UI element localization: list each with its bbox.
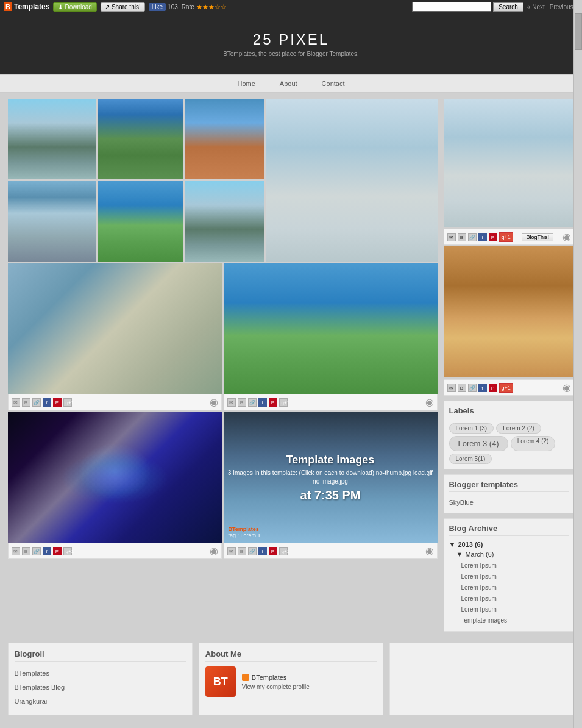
photo-cell-3 [185,99,264,179]
site-logo[interactable]: B Templates [4,2,49,11]
pinterest-icon-4[interactable]: P [269,547,277,555]
label-tag-4[interactable]: Lorem 4 (2) [511,436,556,451]
post-actions-4: ✉ B 🔗 f P g+1 ◉ [224,543,438,559]
nav-contact[interactable]: Contact [310,75,357,92]
post-nav-icon-2[interactable]: ◉ [425,396,434,408]
label-tag-5[interactable]: Lorem 5(1) [449,454,492,464]
post-block-2: ✉ B 🔗 f P g+1 ◉ [224,263,438,410]
email-icon[interactable]: ✉ [12,398,20,407]
blogroll-widget: Blogroll BTemplates BTemplates Blog Uran… [8,643,193,715]
photo-cell-2 [98,99,183,179]
site-banner: 25 PIXEL BTemplates, the best place for … [0,13,582,74]
blog-icon[interactable]: B [22,398,30,407]
gplus-icon-4[interactable]: g+1 [279,547,288,555]
link-icon[interactable]: 🔗 [32,398,41,407]
logo-text: Templates [14,2,49,11]
blogger-template-item-1[interactable]: SkyBlue [449,497,569,508]
sb2-link-icon[interactable]: 🔗 [468,384,477,392]
download-button[interactable]: ⬇ Download [53,2,96,12]
blog-this-button[interactable]: BlogThis! [522,233,553,241]
gplus-icon[interactable]: g+1 [63,398,72,407]
nav-about[interactable]: About [268,75,310,92]
email-icon-4[interactable]: ✉ [227,547,236,555]
sb2-email-icon[interactable]: ✉ [447,384,456,392]
about-widget: About Me BT BTemplates View my complete … [199,643,383,715]
sb2-pin-icon[interactable]: P [489,384,497,392]
rating-section[interactable]: Rate ★★★☆☆ [182,3,227,11]
archive-post-1[interactable]: Lorem Ipsum [461,560,569,571]
scrollbar[interactable] [573,0,582,721]
sidebar-photo-1 [444,99,575,227]
scrollbar-thumb[interactable] [575,13,582,50]
labels-widget: Labels Lorem 1 (3) Lorem 2 (2) Lorem 3 (… [444,401,575,469]
facebook-icon-4[interactable]: f [258,547,267,555]
blogroll-item-3[interactable]: Urangkurai [15,694,186,708]
sb2-fb-icon[interactable]: f [478,384,487,392]
link-icon-4[interactable]: 🔗 [248,547,257,555]
post-nav-icon-3[interactable]: ◉ [210,545,218,557]
facebook-icon[interactable]: f [43,398,51,407]
label-tag-3[interactable]: Lorem 3 (4) [449,436,508,451]
sb-fb-icon[interactable]: f [478,233,487,241]
link-icon-2[interactable]: 🔗 [248,398,257,407]
archive-post-3[interactable]: Lorem Ipsum [461,582,569,593]
label-tag-1[interactable]: Lorem 1 (3) [449,423,494,434]
sb-nav-icon[interactable]: ◉ [562,231,571,243]
label-tag-2[interactable]: Lorem 2 (2) [496,423,541,434]
share-button[interactable]: ↗ Share this! [101,2,145,12]
facebook-like[interactable]: Like 103 [149,3,178,11]
main-layout: ✉ B 🔗 f P g+1 ◉ ✉ [5,99,578,637]
archive-post-6[interactable]: Template images [461,615,569,626]
template-post-title: Template images [286,454,375,466]
archive-post-4[interactable]: Lorem Ipsum [461,593,569,604]
sb2-nav-icon[interactable]: ◉ [562,382,571,393]
pinterest-icon-3[interactable]: P [53,547,62,555]
content-area: ✉ B 🔗 f P g+1 ◉ ✉ [8,99,438,637]
topbar: B Templates ⬇ Download ↗ Share this! Lik… [0,0,582,13]
blog-icon-3[interactable]: B [22,547,30,555]
facebook-icon-3[interactable]: f [43,547,51,555]
search-button[interactable]: Search [493,2,523,12]
post-icons-3: ✉ B 🔗 f P g+1 [12,547,72,555]
sb2-gplus-icon[interactable]: g+1 [499,383,513,393]
archive-post-2[interactable]: Lorem Ipsum [461,571,569,582]
archive-month-march[interactable]: ▼ March (6) [456,551,569,558]
next-link[interactable]: « Next [527,4,545,10]
email-icon-2[interactable]: ✉ [227,398,236,407]
pinterest-icon-2[interactable]: P [269,398,277,407]
pinterest-icon[interactable]: P [53,398,62,407]
facebook-icon-2[interactable]: f [258,398,267,407]
sb-pin-icon[interactable]: P [489,233,497,241]
archive-year-2013[interactable]: ▼ 2013 (6) [449,541,569,548]
about-name: BTemplates [242,674,310,681]
blogger-icon [242,674,249,681]
post-nav-icon-1[interactable]: ◉ [210,396,218,408]
nav-home[interactable]: Home [225,75,267,92]
sb-link-icon[interactable]: 🔗 [468,233,477,241]
gplus-icon-3[interactable]: g+1 [63,547,72,555]
blog-icon-4[interactable]: B [238,547,246,555]
photo-cell-large [266,99,438,262]
sb-blog-icon[interactable]: B [458,233,466,241]
rate-label: Rate [182,4,194,10]
link-icon-3[interactable]: 🔗 [32,547,41,555]
blogroll-item-1[interactable]: BTemplates [15,666,186,680]
archive-post-5[interactable]: Lorem Ipsum [461,604,569,615]
post-block-1: ✉ B 🔗 f P g+1 ◉ [8,263,222,410]
post-nav-icon-4[interactable]: ◉ [425,545,434,557]
template-post-footer: BTemplates tag : Lorem 1 [229,526,261,538]
search-input[interactable] [412,2,491,12]
fb-icon: Like [149,3,166,11]
blogroll-item-2[interactable]: BTemplates Blog [15,680,186,694]
logo-b: B [4,2,12,11]
star-rating[interactable]: ★★★☆☆ [196,3,227,11]
sb-gplus-icon[interactable]: g+1 [499,232,513,242]
view-profile-link[interactable]: View my complete profile [242,683,310,690]
blog-icon-2[interactable]: B [238,398,246,407]
sb-email-icon[interactable]: ✉ [447,233,456,241]
gplus-icon-2[interactable]: g+1 [279,398,288,407]
blogger-templates-title: Blogger templates [449,480,569,492]
sidebar-share-bar-2: ✉ B 🔗 f P g+1 ◉ [444,379,575,396]
email-icon-3[interactable]: ✉ [12,547,20,555]
sb2-blog-icon[interactable]: B [458,384,466,392]
